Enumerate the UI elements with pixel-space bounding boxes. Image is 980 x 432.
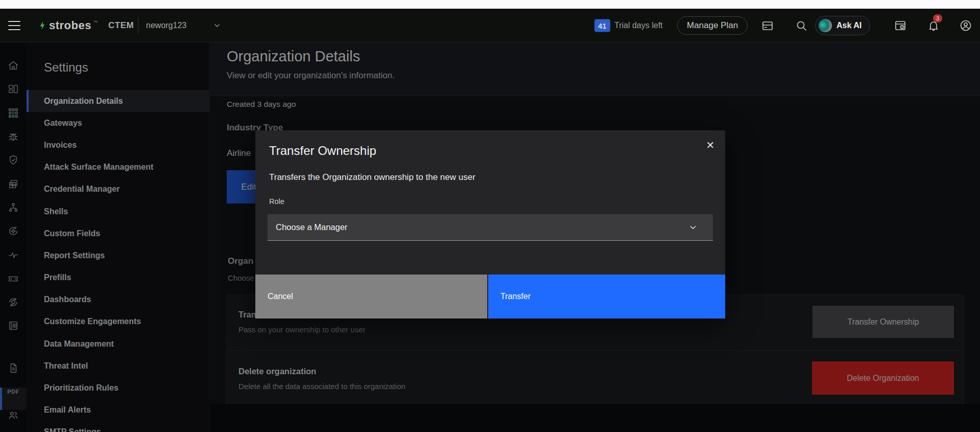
manager-select[interactable]: Choose a Manager bbox=[268, 214, 713, 241]
org-switcher[interactable]: neworg123 bbox=[146, 21, 221, 30]
ask-ai-orb-icon bbox=[819, 19, 832, 32]
product-name: CTEM bbox=[108, 20, 134, 31]
notifications-bell-icon[interactable]: 3 bbox=[927, 19, 940, 32]
app-window: strobes ™ CTEM neworg123 41 Trial days l… bbox=[0, 0, 980, 432]
org-name: neworg123 bbox=[146, 21, 186, 30]
manager-select-value: Choose a Manager bbox=[276, 222, 347, 232]
trial-days-badge: 41 bbox=[594, 19, 610, 32]
trial-days-text: Trial days left bbox=[614, 21, 663, 30]
search-icon[interactable] bbox=[795, 19, 808, 32]
transfer-button[interactable]: Transfer bbox=[488, 275, 725, 319]
modal-description: Transfers the Organization ownership to … bbox=[269, 172, 475, 183]
lightning-bolt-icon bbox=[38, 20, 47, 31]
modal-title: Transfer Ownership bbox=[269, 144, 376, 158]
top-white-strip bbox=[0, 0, 980, 9]
chevron-down-icon bbox=[213, 21, 221, 30]
manage-plan-button[interactable]: Manage Plan bbox=[677, 16, 748, 35]
brand-name: strobes bbox=[49, 19, 91, 32]
ask-ai-button[interactable]: Ask AI bbox=[815, 16, 870, 35]
product-tour-icon[interactable] bbox=[894, 19, 907, 32]
hamburger-menu-icon[interactable] bbox=[8, 21, 20, 30]
role-field-label: Role bbox=[269, 197, 284, 206]
select-chevron-down-icon bbox=[688, 223, 698, 232]
modal-footer: Cancel Transfer bbox=[255, 275, 725, 319]
navbar-divider bbox=[138, 17, 138, 34]
brand-logo[interactable]: strobes ™ bbox=[38, 19, 98, 32]
user-avatar-icon[interactable] bbox=[959, 19, 972, 32]
cancel-button[interactable]: Cancel bbox=[255, 275, 487, 319]
notification-count-badge: 3 bbox=[933, 14, 942, 22]
billing-card-icon[interactable] bbox=[761, 19, 774, 32]
ask-ai-label: Ask AI bbox=[836, 21, 862, 30]
brand-trademark: ™ bbox=[93, 20, 98, 25]
close-icon[interactable]: ✕ bbox=[704, 139, 717, 152]
top-navbar: strobes ™ CTEM neworg123 41 Trial days l… bbox=[0, 9, 980, 42]
transfer-ownership-modal: Transfer Ownership ✕ Transfers the Organ… bbox=[255, 130, 725, 319]
